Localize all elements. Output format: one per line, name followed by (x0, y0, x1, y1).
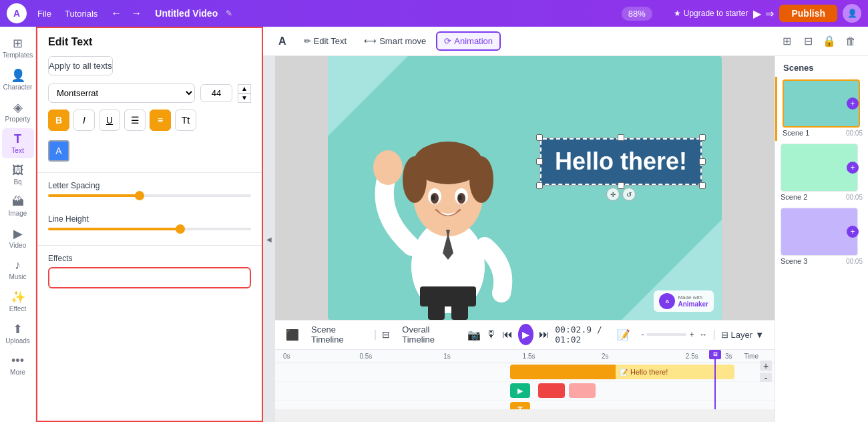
menu-tutorials[interactable]: Tutorials (59, 7, 103, 20)
timeline-plus-button[interactable]: + (760, 361, 772, 371)
grid-icon[interactable]: ⊞ (777, 32, 796, 51)
sidebar-item-uploads[interactable]: ⬆ Uploads (2, 318, 34, 349)
italic-button[interactable]: I (73, 110, 95, 131)
track-orange[interactable] (510, 365, 617, 379)
track-yellow[interactable]: 📝 Hello there! (616, 365, 734, 379)
effects-box[interactable] (48, 267, 251, 288)
app-logo[interactable]: A (7, 3, 27, 23)
letter-spacing-thumb[interactable] (135, 191, 144, 200)
scene-item-3[interactable]: + Scene 3 00:05 (775, 205, 868, 269)
text-color-swatch[interactable]: A (48, 140, 69, 162)
smart-move-icon: ⟷ (364, 36, 377, 46)
layer-select[interactable]: ⊟ Layer ▼ (721, 330, 764, 340)
play-preview-icon[interactable]: ▶ (753, 7, 761, 20)
effects-label: Effects (48, 254, 251, 263)
play-button[interactable]: ▶ (518, 324, 533, 345)
toolbar: A ✏ Edit Text ⟷ Smart move ⟳ Animation ⊞… (263, 27, 868, 56)
content-area: A ✏ Edit Text ⟷ Smart move ⟳ Animation ⊞… (263, 27, 868, 422)
font-row: Montserrat ▲ ▼ (37, 83, 262, 110)
line-height-track (48, 228, 251, 230)
track-t-item[interactable]: T (510, 402, 530, 409)
align-button[interactable]: ≡ (150, 110, 171, 131)
watermark-made-with: Made with (678, 294, 708, 300)
sidebar-item-image[interactable]: 🏔 Image (2, 191, 34, 221)
animation-icon: ⟳ (444, 36, 451, 46)
zoom-slider[interactable] (646, 333, 686, 336)
text-box[interactable]: Hello there! (540, 138, 702, 185)
panel-collapse-button[interactable]: ◀ (263, 56, 275, 422)
sidebar-item-effect[interactable]: ✨ Effect (2, 286, 34, 316)
font-size-down-button[interactable]: ▼ (238, 93, 251, 103)
align-icon[interactable]: ⊟ (799, 32, 817, 51)
ruler-time-label: Time (744, 353, 758, 360)
letter-spacing-slider[interactable] (48, 194, 251, 204)
overall-timeline-tab[interactable]: Overall Timeline (395, 322, 462, 347)
skip-forward-button[interactable]: ⏭ (539, 329, 550, 341)
caption-icon[interactable]: 📷 (467, 329, 481, 341)
collapse-arrow-icon: ◀ (266, 236, 272, 243)
font-size-up-button[interactable]: ▲ (238, 84, 251, 93)
menu-file[interactable]: File (32, 7, 57, 20)
edit-text-panel: Edit Text Apply to all texts Montserrat … (36, 27, 263, 422)
lock-icon[interactable]: 🔒 (820, 32, 839, 51)
share-icon[interactable]: ⇒ (765, 7, 774, 20)
watermark-brand: Animaker (678, 300, 708, 308)
microphone-icon[interactable]: 🎙 (486, 329, 497, 341)
scene-1-add-button[interactable]: + (847, 97, 859, 110)
text-transform-button[interactable]: Tt (175, 110, 196, 131)
redo-button[interactable]: → (128, 6, 144, 21)
sidebar-item-character[interactable]: 👤 Character (2, 64, 34, 95)
line-height-slider[interactable] (48, 228, 251, 237)
bold-button[interactable]: B (48, 110, 69, 131)
text-size-toolbar-btn[interactable]: A (271, 31, 294, 51)
sidebar-item-templates[interactable]: ⊞ Templates (2, 32, 34, 63)
svg-rect-17 (420, 286, 476, 306)
scene-2-add-button[interactable]: + (847, 162, 859, 174)
scene-3-add-button[interactable]: + (847, 226, 859, 238)
text-move-icon[interactable]: ✛ (606, 188, 620, 201)
underline-button[interactable]: U (99, 110, 120, 131)
timeline-ruler: 0s 0.5s 1s 1.5s 2s 2.5s 3s Time (275, 350, 775, 363)
track-red-1[interactable] (538, 383, 565, 398)
apply-all-button[interactable]: Apply to all texts (48, 56, 113, 75)
sidebar-item-more[interactable]: ••• More (2, 350, 34, 380)
uploads-icon: ⬆ (13, 322, 23, 337)
sidebar-item-bg[interactable]: 🖼 Bq (2, 160, 34, 190)
line-height-thumb[interactable] (176, 224, 185, 234)
undo-redo-group: ← → (108, 6, 144, 21)
zoom-control[interactable]: 88% (622, 7, 652, 21)
user-avatar[interactable]: 👤 (843, 4, 861, 23)
scenes-panel: Scenes + Scene 1 00:05 + (775, 56, 868, 422)
upgrade-button[interactable]: ★ Upgrade to starter (674, 9, 748, 18)
animation-toolbar-btn[interactable]: ⟳ Animation (436, 31, 501, 51)
text-box-container[interactable]: Hello there! (540, 138, 702, 185)
publish-button[interactable]: Publish (779, 5, 837, 22)
timeline-cursor-icon: ⊟ (713, 351, 718, 357)
delete-toolbar-icon[interactable]: 🗑 (841, 32, 860, 51)
svg-point-11 (458, 195, 462, 200)
track-green-small[interactable]: ▶ (510, 383, 530, 398)
caption-btn[interactable]: 📝 (617, 329, 630, 341)
expand-icon[interactable]: ↔ (699, 330, 707, 339)
scene-timeline-tab[interactable]: Scene Timeline (304, 322, 369, 347)
character-figure[interactable] (355, 86, 541, 320)
image-icon: 🏔 (12, 195, 24, 209)
title-edit-icon[interactable]: ✎ (226, 9, 232, 18)
scene-item-2[interactable]: + Scene 2 00:05 (775, 141, 868, 205)
smart-move-toolbar-btn[interactable]: ⟷ Smart move (357, 32, 433, 50)
sidebar-item-property[interactable]: ◈ Property (2, 96, 34, 127)
font-family-select[interactable]: Montserrat (48, 83, 195, 103)
skip-back-button[interactable]: ⏮ (502, 329, 513, 341)
undo-button[interactable]: ← (108, 6, 124, 21)
scene-item-1[interactable]: + Scene 1 00:05 (775, 77, 868, 141)
sidebar-item-text[interactable]: T Text (2, 128, 34, 158)
canvas-area[interactable]: Hello there! (275, 56, 775, 320)
timeline-cursor[interactable]: ⊟ (714, 350, 716, 409)
edit-text-toolbar-btn[interactable]: ✏ Edit Text (296, 32, 355, 50)
list-button[interactable]: ☰ (124, 110, 146, 131)
sidebar-item-video[interactable]: ▶ Video (2, 222, 34, 253)
sidebar-item-music[interactable]: ♪ Music (2, 254, 34, 284)
track-red-2[interactable] (569, 383, 596, 398)
text-refresh-icon[interactable]: ↺ (622, 188, 636, 201)
font-size-input[interactable] (200, 84, 232, 102)
